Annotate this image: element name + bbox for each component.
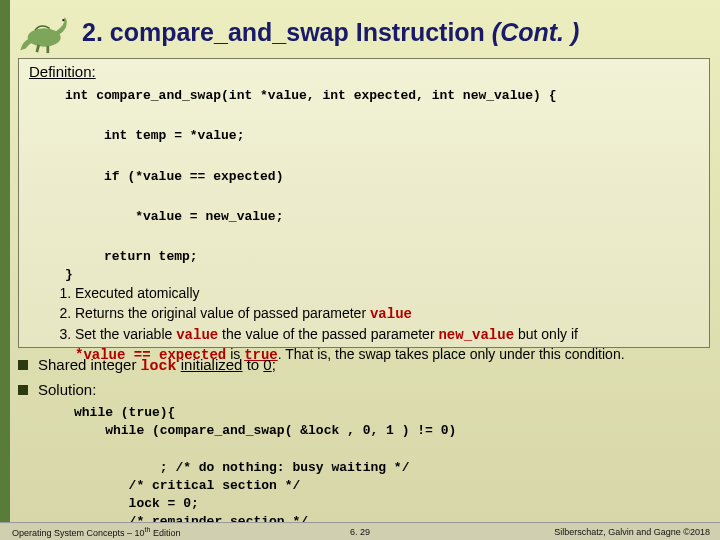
- title-main: 2. compare_and_swap Instruction: [82, 18, 492, 46]
- square-bullet-icon: [18, 360, 28, 370]
- bullet-solution: Solution:: [18, 381, 708, 398]
- solution-code: while (true){ while (compare_and_swap( &…: [74, 404, 708, 540]
- title-cont: (Cont. ): [492, 18, 579, 46]
- dinosaur-icon: [18, 10, 74, 54]
- solution-label: Solution:: [38, 381, 96, 398]
- left-stripe: [0, 0, 10, 540]
- slide-title: 2. compare_and_swap Instruction (Cont. ): [82, 18, 579, 47]
- definition-notes: Executed atomically Returns the original…: [75, 284, 699, 365]
- bullet-shared: Shared integer lock initialized to 0;: [18, 356, 708, 375]
- definition-box: Definition: int compare_and_swap(int *va…: [18, 58, 710, 348]
- definition-header: Definition:: [29, 63, 699, 80]
- svg-point-1: [62, 19, 64, 21]
- shared-text: Shared integer lock initialized to 0;: [38, 356, 276, 375]
- square-bullet-icon: [18, 385, 28, 395]
- svg-point-0: [28, 28, 61, 46]
- note-2: Returns the original value of passed par…: [75, 304, 699, 324]
- title-row: 2. compare_and_swap Instruction (Cont. ): [18, 8, 710, 56]
- footer: Operating System Concepts – 10th Edition…: [0, 522, 720, 540]
- below-section: Shared integer lock initialized to 0; So…: [18, 356, 708, 540]
- note-1: Executed atomically: [75, 284, 699, 303]
- definition-code: int compare_and_swap(int *value, int exp…: [65, 86, 699, 267]
- footer-left: Operating System Concepts – 10th Edition: [12, 526, 180, 538]
- footer-center: 6. 29: [350, 527, 370, 537]
- closing-brace: }: [65, 267, 699, 282]
- footer-right: Silberschatz, Galvin and Gagne ©2018: [554, 527, 710, 537]
- svg-line-2: [37, 45, 39, 52]
